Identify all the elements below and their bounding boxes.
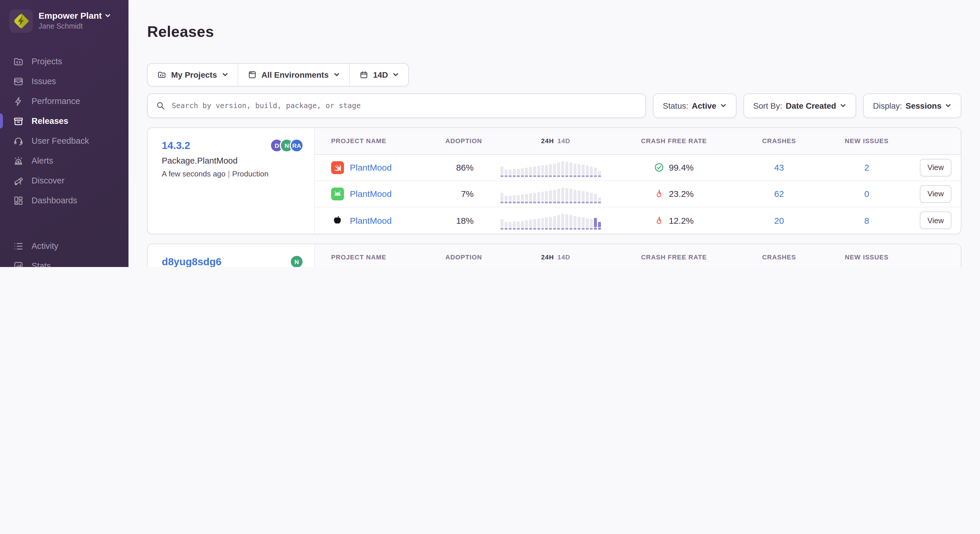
avatar: RA (290, 139, 304, 153)
sidebar-item-label: Performance (32, 96, 80, 106)
org-switcher[interactable]: Empower Plant Jane Schmidt (10, 10, 120, 33)
environment-filter[interactable]: All Environments (237, 64, 349, 86)
feedback-icon (13, 135, 24, 147)
org-user: Jane Schmidt (38, 22, 111, 31)
release-package-name: Package.PlantMood (162, 156, 302, 165)
chevron-down-icon (333, 70, 340, 80)
release-avatars: N (290, 255, 304, 267)
sidebar-nav-main: ProjectsIssuesPerformanceReleasesUser Fe… (0, 51, 129, 210)
release-meta: A few seconds ago|Production (162, 169, 302, 178)
new-issues-count-link[interactable]: 2 (826, 163, 908, 173)
chevron-down-icon (222, 70, 228, 80)
sort-by-dropdown[interactable]: Sort By: Date Created (743, 94, 856, 118)
project-link[interactable]: PlantMood (350, 215, 391, 226)
folder-code-icon (157, 70, 167, 80)
sidebar-item-user-feedback[interactable]: User Feedback (0, 131, 129, 151)
environment-filter-label: All Environments (261, 70, 329, 80)
sidebar-nav-secondary: ActivityStats (0, 236, 129, 267)
sidebar-item-label: Discover (32, 176, 65, 185)
view-button[interactable]: View (920, 159, 951, 177)
adoption-value: 86% (431, 163, 496, 173)
crash-free-rate: 12.2% (616, 215, 732, 226)
page-filter-bar: My Projects All Environments 14D (147, 63, 409, 86)
org-logo-icon (10, 10, 33, 33)
release-cards: 14.3.2 Package.PlantMood A few seconds a… (147, 128, 961, 267)
org-text: Empower Plant Jane Schmidt (38, 11, 111, 32)
display-dropdown[interactable]: Display: Sessions (863, 94, 961, 118)
project-link[interactable]: PlantMood (350, 189, 391, 199)
column-header-crash-free-rate: CRASH FREE RATE (616, 137, 732, 145)
release-table-header: PROJECT NAME ADOPTION 24H14D CRASH FREE … (315, 244, 961, 267)
crash-free-bad-flame-icon (654, 189, 664, 199)
search-icon (156, 101, 165, 110)
projects-filter-label: My Projects (171, 70, 217, 80)
sidebar-item-releases[interactable]: Releases (0, 111, 129, 131)
sidebar-item-activity[interactable]: Activity (0, 236, 129, 256)
column-header-timerange: 24H14D (496, 254, 616, 261)
projects-filter[interactable]: My Projects (148, 64, 237, 86)
project-link[interactable]: PlantMood (350, 163, 391, 173)
window-icon (247, 70, 257, 80)
sidebar-item-stats[interactable]: Stats (0, 256, 129, 267)
date-range-filter[interactable]: 14D (349, 64, 408, 86)
release-version-link[interactable]: d8yug8sdg6 (162, 256, 302, 267)
crashes-count-link[interactable]: 62 (732, 189, 826, 199)
column-header-crashes: CRASHES (732, 137, 826, 145)
crashes-count-link[interactable]: 43 (732, 163, 826, 173)
chevron-down-icon (105, 11, 111, 22)
search-box (147, 94, 646, 118)
status-dropdown[interactable]: Status: Active (653, 94, 736, 118)
chevron-down-icon (393, 70, 399, 80)
sidebar: Empower Plant Jane Schmidt ProjectsIssue… (0, 0, 129, 267)
alerts-icon (13, 155, 24, 166)
android-icon (331, 188, 344, 201)
column-header-14d: 14D (557, 254, 570, 261)
sidebar-item-issues[interactable]: Issues (0, 71, 129, 91)
sidebar-item-label: Issues (32, 77, 56, 86)
view-button[interactable]: View (920, 212, 951, 229)
new-issues-count-link[interactable]: 0 (826, 189, 908, 199)
column-header-new-issues: NEW ISSUES (826, 254, 908, 261)
crash-free-good-icon (654, 163, 664, 173)
sidebar-item-label: User Feedback (32, 136, 89, 145)
release-info-panel: 14.3.2 Package.PlantMood A few seconds a… (148, 128, 315, 234)
sort-by-label: Sort By: (753, 101, 782, 110)
column-header-24h: 24H (541, 254, 554, 261)
release-table-body: PlantMood 86% 99.4% 43 2 View PlantMood … (315, 155, 961, 234)
dashboards-icon (13, 195, 24, 206)
release-table-header: PROJECT NAME ADOPTION 24H14D CRASH FREE … (315, 128, 961, 155)
avatar: N (290, 255, 304, 267)
sidebar-item-dashboards[interactable]: Dashboards (0, 190, 129, 210)
sidebar-item-discover[interactable]: Discover (0, 171, 129, 190)
issues-icon (13, 76, 24, 87)
new-issues-count-link[interactable]: 8 (826, 215, 908, 226)
column-header-adoption: ADOPTION (431, 254, 496, 261)
sidebar-item-label: Activity (32, 241, 59, 251)
performance-icon (13, 96, 24, 107)
column-header-timerange: 24H14D (496, 137, 616, 145)
swift-icon (331, 161, 344, 174)
column-header-project-name: PROJECT NAME (315, 254, 431, 261)
status-label: Status: (663, 101, 688, 110)
crash-free-value: 99.4% (669, 163, 694, 173)
chevron-down-icon (720, 101, 726, 110)
release-avatars: DNRA (270, 139, 304, 153)
sidebar-item-projects[interactable]: Projects (0, 51, 129, 71)
adoption-value: 7% (431, 189, 496, 199)
search-input[interactable] (170, 101, 637, 111)
sidebar-item-performance[interactable]: Performance (0, 91, 129, 111)
view-button[interactable]: View (920, 185, 951, 203)
crashes-count-link[interactable]: 20 (732, 215, 826, 226)
apple-icon (332, 215, 344, 226)
activity-icon (13, 241, 24, 252)
sidebar-item-alerts[interactable]: Alerts (0, 151, 129, 171)
column-header-adoption: ADOPTION (431, 137, 496, 145)
discover-icon (13, 175, 24, 186)
date-range-label: 14D (373, 70, 388, 80)
calendar-icon (359, 70, 368, 80)
adoption-sparkline (501, 158, 601, 177)
display-label: Display: (873, 101, 902, 110)
sidebar-item-label: Projects (32, 57, 62, 66)
sort-by-value: Date Created (786, 101, 836, 110)
project-row: PlantMood 18% 12.2% 20 8 View (315, 207, 961, 234)
